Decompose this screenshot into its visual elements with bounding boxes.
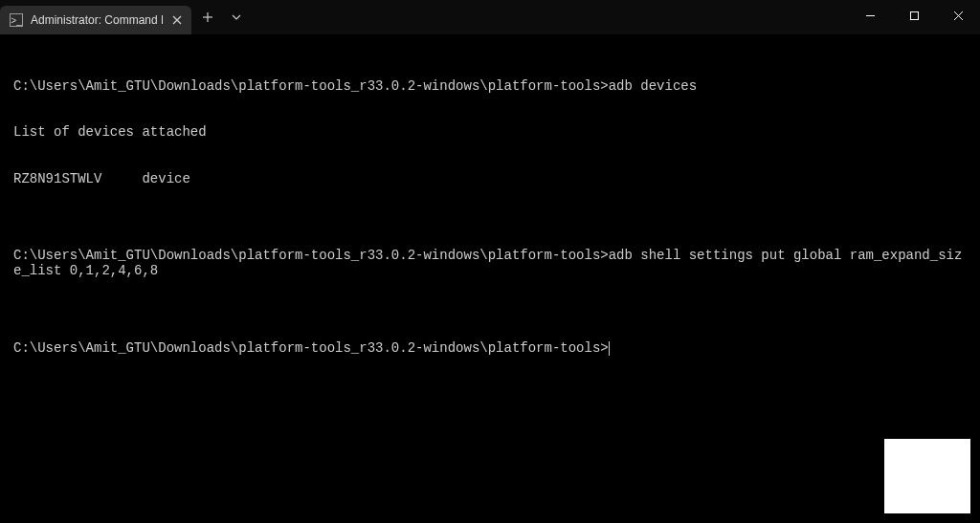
tab-dropdown-button[interactable] [222, 3, 251, 32]
cursor [609, 341, 610, 356]
new-tab-button[interactable] [193, 3, 222, 32]
output-line: C:\Users\Amit_GTU\Downloads\platform-too… [13, 78, 967, 94]
tabs-region: >_ Administrator: Command Pro [0, 0, 251, 34]
window-controls [848, 0, 980, 34]
output-line: C:\Users\Amit_GTU\Downloads\platform-too… [13, 248, 967, 278]
terminal-icon: >_ [10, 13, 23, 27]
output-line: List of devices attached [13, 124, 967, 140]
tab-title: Administrator: Command Pro [31, 13, 163, 27]
active-tab[interactable]: >_ Administrator: Command Pro [0, 6, 191, 34]
terminal-output[interactable]: C:\Users\Amit_GTU\Downloads\platform-too… [0, 34, 980, 384]
prompt-line: C:\Users\Amit_GTU\Downloads\platform-too… [13, 340, 967, 356]
close-window-button[interactable] [936, 0, 980, 31]
close-tab-button[interactable] [170, 12, 184, 28]
titlebar: >_ Administrator: Command Pro [0, 0, 980, 34]
maximize-button[interactable] [892, 0, 936, 31]
svg-rect-5 [910, 11, 918, 19]
watermark-block [884, 439, 970, 513]
output-line: RZ8N91STWLV device [13, 171, 967, 186]
minimize-button[interactable] [848, 0, 892, 31]
